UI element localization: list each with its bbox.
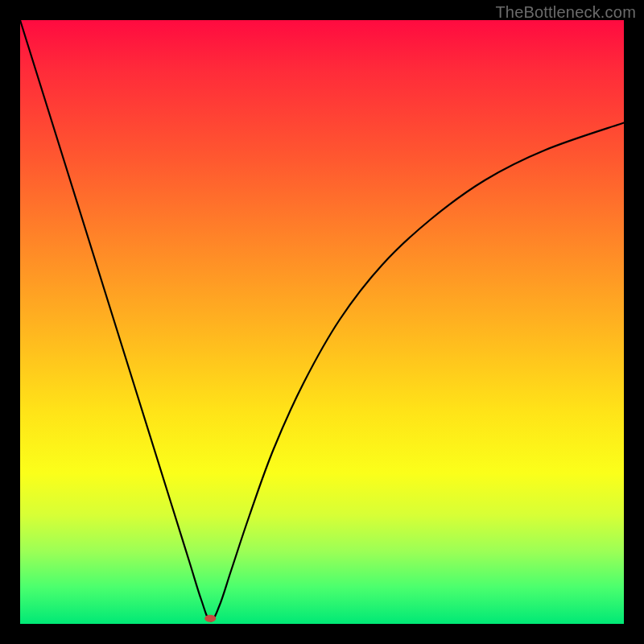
chart-frame: TheBottleneck.com [0, 0, 644, 644]
plot-area [20, 20, 624, 624]
watermark-text: TheBottleneck.com [495, 3, 636, 22]
bottleneck-curve [20, 20, 624, 621]
min-marker [204, 615, 216, 622]
curve-svg [20, 20, 624, 624]
